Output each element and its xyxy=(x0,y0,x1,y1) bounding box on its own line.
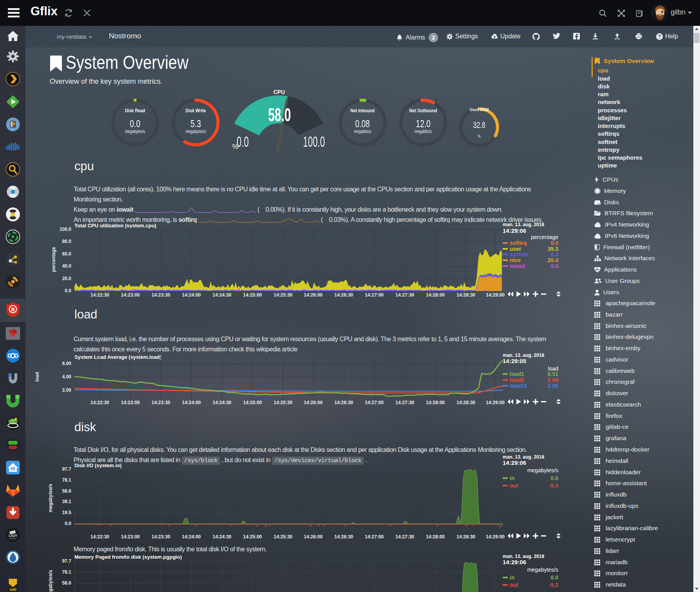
svg-text:Online: Online xyxy=(10,442,16,444)
svg-text:sab: sab xyxy=(9,587,16,592)
svg-text:librarian: librarian xyxy=(10,538,16,540)
svg-text:LAZY: LAZY xyxy=(9,534,17,538)
svg-text:Offline: Offline xyxy=(10,446,16,448)
